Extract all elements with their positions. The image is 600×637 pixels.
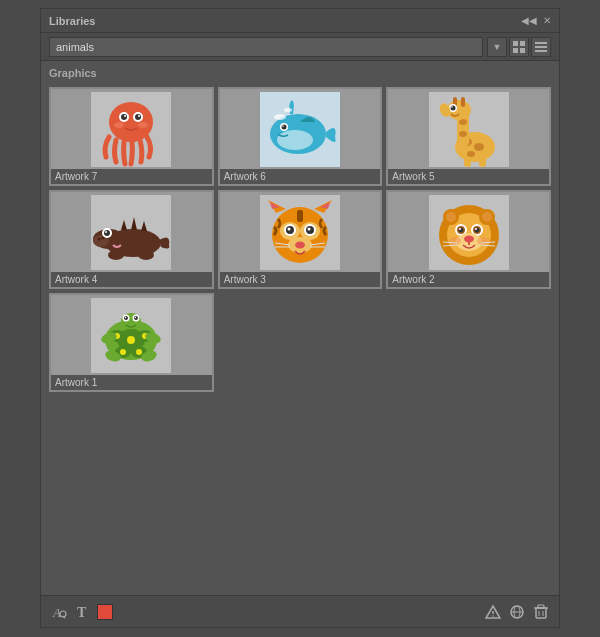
svg-point-21	[281, 124, 286, 129]
svg-rect-0	[513, 41, 518, 46]
svg-point-51	[98, 237, 101, 240]
svg-point-115	[125, 316, 126, 317]
library-name-input[interactable]	[49, 37, 483, 57]
svg-point-108	[120, 349, 126, 355]
svg-point-114	[134, 316, 138, 320]
panel-title: Libraries	[49, 15, 95, 27]
artwork-item-2[interactable]: Artwork 2	[386, 190, 551, 289]
svg-point-19	[277, 130, 313, 150]
svg-point-93	[477, 237, 489, 245]
artwork-thumb-7	[51, 89, 212, 169]
artwork-item-5[interactable]: Artwork 5	[386, 87, 551, 186]
link-icon[interactable]	[507, 602, 527, 622]
title-bar: Libraries ◀◀ ✕	[41, 9, 559, 33]
title-bar-icons: ◀◀ ✕	[521, 15, 551, 26]
delete-button[interactable]	[531, 602, 551, 622]
svg-point-86	[474, 227, 479, 232]
artwork-thumb-1	[51, 295, 212, 375]
bottom-left-tools: A T	[49, 602, 113, 622]
toolbar-icons: ▼	[487, 37, 551, 57]
svg-point-39	[450, 105, 455, 110]
svg-point-30	[474, 143, 484, 151]
list-view-button[interactable]	[531, 37, 551, 57]
svg-point-126	[492, 615, 494, 617]
svg-point-12	[135, 114, 141, 120]
content-area[interactable]: Artwork 7	[41, 83, 559, 595]
svg-point-105	[127, 336, 135, 344]
svg-text:A: A	[52, 605, 61, 620]
artwork-label-6: Artwork 6	[220, 169, 381, 184]
grid-view-button[interactable]	[509, 37, 529, 57]
artwork-item-4[interactable]: Artwork 4	[49, 190, 214, 289]
add-graphic-button[interactable]: A	[49, 602, 69, 622]
svg-rect-4	[535, 42, 547, 44]
svg-point-45	[138, 250, 154, 260]
artwork-label-1: Artwork 1	[51, 375, 212, 390]
svg-point-50	[105, 231, 107, 233]
artwork-label-3: Artwork 3	[220, 272, 381, 287]
svg-point-116	[135, 316, 136, 317]
svg-point-90	[464, 235, 474, 242]
svg-rect-130	[536, 608, 546, 618]
svg-rect-3	[520, 48, 525, 53]
svg-rect-1	[520, 41, 525, 46]
artwork-thumb-6	[220, 89, 381, 169]
close-icon[interactable]: ✕	[543, 15, 551, 26]
svg-point-16	[138, 122, 148, 128]
svg-point-109	[136, 349, 142, 355]
svg-rect-37	[461, 97, 465, 107]
warning-icon[interactable]	[483, 602, 503, 622]
color-swatch[interactable]	[97, 604, 113, 620]
artwork-item-3[interactable]: Artwork 3	[218, 190, 383, 289]
artwork-item-6[interactable]: Artwork 6	[218, 87, 383, 186]
svg-rect-132	[538, 605, 544, 608]
artwork-item-1[interactable]: Artwork 1	[49, 293, 214, 392]
svg-point-49	[104, 230, 110, 236]
svg-point-88	[475, 228, 477, 230]
svg-point-31	[467, 151, 475, 157]
svg-point-13	[124, 115, 126, 117]
svg-point-92	[449, 237, 461, 245]
svg-point-24	[284, 108, 292, 112]
artwork-thumb-3	[220, 192, 381, 272]
add-text-button[interactable]: T	[73, 602, 93, 622]
artwork-label-4: Artwork 4	[51, 272, 212, 287]
svg-point-67	[307, 227, 310, 230]
svg-point-52	[102, 236, 105, 239]
svg-point-14	[138, 115, 140, 117]
libraries-panel: Libraries ◀◀ ✕ ▼	[40, 8, 560, 628]
svg-rect-59	[297, 210, 303, 222]
artwork-label-5: Artwork 5	[388, 169, 549, 184]
svg-rect-5	[535, 46, 547, 48]
svg-point-85	[458, 227, 463, 232]
svg-point-113	[124, 316, 128, 320]
artwork-label-2: Artwork 2	[388, 272, 549, 287]
artwork-item-7[interactable]: Artwork 7	[49, 87, 214, 186]
collapse-icon[interactable]: ◀◀	[521, 15, 537, 26]
bottom-toolbar: A T	[41, 595, 559, 627]
graphics-section-header: Graphics	[41, 61, 559, 83]
svg-text:T: T	[77, 605, 87, 620]
artwork-label-7: Artwork 7	[51, 169, 212, 184]
bottom-right-tools	[483, 602, 551, 622]
svg-rect-2	[513, 48, 518, 53]
dropdown-arrow[interactable]: ▼	[487, 37, 507, 57]
svg-point-11	[121, 114, 127, 120]
toolbar: ▼	[41, 33, 559, 61]
svg-point-80	[482, 212, 492, 222]
artwork-thumb-2	[388, 192, 549, 272]
svg-point-87	[459, 228, 461, 230]
svg-point-34	[459, 131, 467, 137]
svg-rect-6	[535, 50, 547, 52]
svg-point-22	[282, 125, 284, 127]
artwork-thumb-5	[388, 89, 549, 169]
svg-point-66	[287, 227, 290, 230]
svg-point-79	[446, 212, 456, 222]
svg-point-40	[451, 106, 453, 108]
svg-point-44	[108, 250, 124, 260]
svg-point-23	[274, 114, 286, 120]
svg-point-69	[295, 241, 305, 248]
svg-point-15	[114, 122, 124, 128]
artwork-thumb-4	[51, 192, 212, 272]
artwork-grid: Artwork 7	[49, 87, 551, 392]
